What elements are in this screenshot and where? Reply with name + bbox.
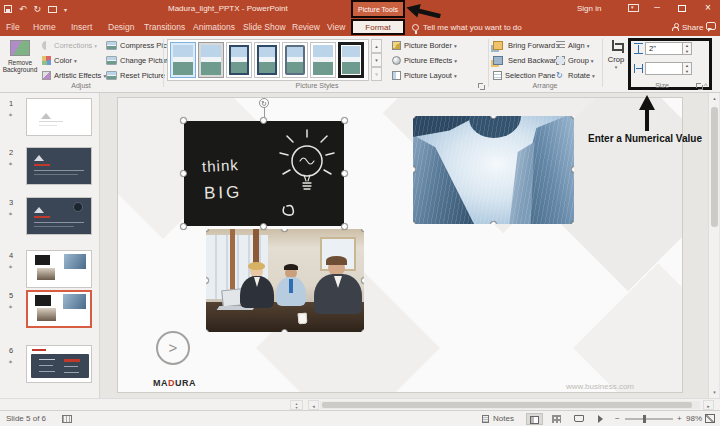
picture-border-button[interactable]: Picture Border — [392, 41, 457, 50]
selection-handle[interactable] — [571, 166, 574, 173]
tab-format-active[interactable]: Format — [351, 19, 405, 35]
maximize-icon[interactable] — [678, 5, 686, 12]
notes-button[interactable]: Notes — [493, 414, 514, 423]
selection-handle[interactable] — [413, 116, 416, 119]
crop-button[interactable]: Crop ▾ — [605, 40, 627, 70]
customize-qat-icon[interactable]: ▾ — [64, 6, 67, 13]
tab-transitions[interactable]: Transitions — [144, 18, 185, 36]
selection-handle[interactable] — [281, 229, 288, 232]
send-backward-button[interactable]: Send Backward — [493, 56, 565, 65]
rotate-button[interactable]: ↻ Rotate — [556, 71, 595, 80]
zoom-level[interactable]: 98% — [686, 414, 702, 423]
selection-handle[interactable] — [413, 166, 416, 173]
remove-background-button[interactable]: Remove Background — [2, 38, 38, 88]
selection-handle[interactable] — [361, 229, 364, 232]
selection-handle[interactable] — [281, 329, 288, 332]
next-arrow-shape[interactable]: > — [156, 331, 190, 365]
scrollbar-thumb[interactable] — [711, 107, 718, 227]
slide-show-button[interactable] — [592, 413, 609, 425]
scroll-right-icon[interactable]: ▸ — [703, 400, 714, 410]
redo-icon[interactable]: ↻ — [34, 3, 42, 15]
picture-style-option[interactable] — [226, 42, 252, 78]
bring-forward-button[interactable]: Bring Forward — [493, 41, 560, 50]
selection-handle[interactable] — [341, 117, 348, 124]
shape-width-field[interactable] — [645, 62, 683, 75]
height-spinner[interactable]: ▲▼ — [683, 42, 692, 55]
change-picture-button[interactable]: Change Picture — [106, 56, 172, 65]
zoom-out-icon[interactable]: − — [615, 414, 620, 423]
comments-icon[interactable] — [706, 22, 716, 30]
horizontal-scrollbar[interactable] — [320, 401, 700, 409]
align-button[interactable]: Align — [556, 41, 589, 50]
selection-handle[interactable] — [571, 221, 574, 224]
slide-sorter-view-button[interactable] — [548, 413, 565, 425]
tab-insert[interactable]: Insert — [71, 18, 92, 36]
selection-handle[interactable] — [180, 170, 187, 177]
picture-style-option[interactable] — [254, 42, 280, 78]
group-button[interactable]: Group — [556, 56, 594, 65]
close-icon[interactable]: × — [705, 2, 711, 14]
scroll-left-icon[interactable]: ◂ — [308, 400, 319, 410]
shape-height-field[interactable]: 2" — [645, 42, 683, 55]
artistic-effects-button[interactable]: Artistic Effects — [42, 71, 106, 80]
selection-handle[interactable] — [361, 277, 364, 284]
picture-style-option[interactable] — [310, 42, 336, 78]
zoom-slider[interactable] — [625, 418, 673, 420]
share-button[interactable]: Share — [672, 18, 703, 36]
selection-handle[interactable] — [260, 223, 267, 230]
skyscraper-image[interactable]: ↻ — [413, 116, 574, 224]
gallery-scroll-up-icon[interactable]: ▴ — [371, 39, 382, 53]
normal-view-button[interactable] — [526, 413, 543, 425]
tab-view[interactable]: View — [327, 18, 345, 36]
pane-scroll-widget[interactable]: ▴▾ — [290, 400, 303, 410]
tab-file[interactable]: File — [6, 18, 20, 36]
selection-handle[interactable] — [180, 117, 187, 124]
picture-style-option[interactable] — [198, 42, 224, 78]
selection-handle[interactable] — [361, 329, 364, 332]
tell-me-box[interactable]: Tell me what you want to do — [412, 18, 522, 36]
picture-style-option[interactable] — [170, 42, 196, 78]
selection-handle[interactable] — [571, 116, 574, 119]
selection-handle[interactable] — [180, 223, 187, 230]
color-button[interactable]: Color — [42, 56, 77, 65]
width-spinner[interactable]: ▲▼ — [683, 62, 692, 75]
ribbon-display-options-icon[interactable] — [628, 4, 639, 12]
selection-handle[interactable] — [260, 117, 267, 124]
start-slideshow-icon[interactable] — [48, 6, 57, 13]
selection-handle[interactable] — [341, 223, 348, 230]
tab-review[interactable]: Review — [292, 18, 320, 36]
gallery-scroll-down-icon[interactable]: ▾ — [371, 53, 382, 67]
selection-handle[interactable] — [341, 170, 348, 177]
picture-styles-dialog-launcher-icon[interactable] — [478, 83, 485, 90]
selection-handle[interactable] — [490, 116, 497, 119]
undo-icon[interactable]: ↶ — [19, 3, 27, 15]
collapse-ribbon-icon[interactable]: ^ — [704, 82, 707, 89]
picture-style-option[interactable] — [282, 42, 308, 78]
tab-home[interactable]: Home — [33, 18, 56, 36]
scroll-down-icon[interactable]: ▾ — [709, 387, 720, 398]
minimize-icon[interactable]: ─ — [652, 3, 662, 13]
scrollbar-thumb[interactable] — [322, 402, 692, 408]
corrections-button[interactable]: Corrections — [42, 41, 97, 50]
picture-style-option[interactable] — [338, 42, 364, 78]
tab-slide-show[interactable]: Slide Show — [243, 18, 286, 36]
sign-in-link[interactable]: Sign in — [577, 4, 601, 13]
reset-picture-button[interactable]: Reset Picture — [106, 71, 170, 80]
selection-pane-button[interactable]: Selection Pane — [493, 71, 555, 80]
gallery-more-icon[interactable]: ▿ — [371, 67, 382, 81]
scroll-up-icon[interactable]: ▴ — [709, 93, 720, 104]
selection-handle[interactable] — [490, 221, 497, 224]
zoom-slider-thumb[interactable] — [643, 415, 646, 423]
tab-design[interactable]: Design — [108, 18, 134, 36]
reading-view-button[interactable] — [570, 413, 587, 425]
size-dialog-launcher-icon[interactable] — [696, 83, 703, 90]
rotation-handle[interactable]: ↻ — [259, 98, 269, 108]
zoom-in-icon[interactable]: + — [677, 414, 682, 423]
picture-layout-button[interactable]: Picture Layout — [392, 71, 457, 80]
selection-handle[interactable] — [206, 229, 209, 232]
save-icon[interactable] — [4, 5, 12, 13]
business-meeting-image[interactable]: ↻ — [206, 229, 364, 332]
tab-animations[interactable]: Animations — [193, 18, 235, 36]
fit-slide-to-window-icon[interactable] — [705, 414, 715, 423]
selection-handle[interactable] — [413, 221, 416, 224]
